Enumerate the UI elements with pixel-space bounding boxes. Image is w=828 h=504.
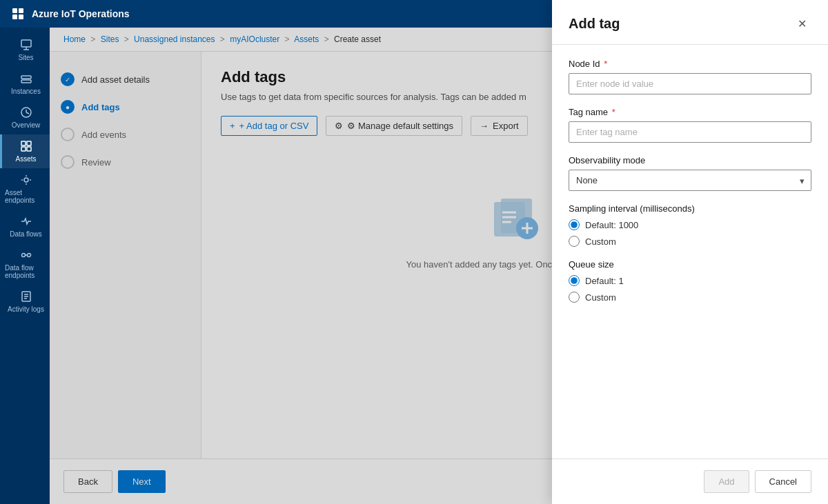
queue-size-default-option: Default: 1: [569, 275, 811, 286]
svg-rect-2: [12, 14, 17, 19]
sidebar-label-instances: Instances: [11, 88, 41, 95]
sidebar: Sites Instances Overview Assets Asset en…: [0, 28, 50, 504]
svg-line-11: [26, 112, 29, 114]
sidebar-label-sites: Sites: [18, 54, 33, 61]
sidebar-item-sites[interactable]: Sites: [0, 33, 50, 67]
svg-rect-8: [21, 80, 31, 83]
sidebar-item-activity-logs[interactable]: Activity logs: [0, 285, 50, 319]
queue-custom-radio[interactable]: [569, 292, 580, 303]
sampling-default-label[interactable]: Default: 1000: [585, 220, 638, 230]
node-id-label: Node Id *: [569, 59, 811, 69]
svg-rect-7: [21, 76, 31, 79]
svg-point-18: [27, 254, 30, 257]
svg-point-17: [21, 254, 25, 257]
sampling-custom-label[interactable]: Custom: [585, 236, 616, 247]
svg-rect-3: [19, 14, 23, 19]
sampling-interval-group: Sampling interval (milliseconds) Default…: [569, 203, 811, 247]
sidebar-item-assets[interactable]: Assets: [0, 134, 50, 168]
tag-name-required: *: [612, 107, 615, 117]
svg-rect-15: [27, 147, 31, 151]
svg-rect-12: [21, 141, 26, 145]
sampling-interval-custom-option: Custom: [569, 236, 811, 247]
queue-default-label[interactable]: Default: 1: [585, 276, 624, 286]
tag-name-input[interactable]: [569, 121, 811, 143]
panel-footer: Add Cancel: [552, 458, 828, 504]
sidebar-label-overview: Overview: [12, 121, 41, 129]
svg-rect-1: [19, 8, 23, 13]
queue-size-radio-group: Default: 1 Custom: [569, 275, 811, 303]
sampling-default-radio[interactable]: [569, 219, 580, 230]
app-icon: [11, 7, 25, 21]
sidebar-item-instances[interactable]: Instances: [0, 67, 50, 101]
node-id-required: *: [604, 59, 607, 69]
side-panel: Add tag ✕ Node Id * Tag name * Observabi…: [552, 0, 828, 504]
sidebar-item-overview[interactable]: Overview: [0, 101, 50, 134]
sidebar-label-asset-endpoints: Asset endpoints: [5, 189, 47, 204]
observability-mode-label: Observability mode: [569, 155, 811, 165]
observability-mode-select-wrapper: None Gauge Counter Histogram ▾: [569, 170, 811, 191]
svg-point-16: [24, 178, 28, 182]
sidebar-label-assets: Assets: [15, 155, 36, 163]
queue-size-group: Queue size Default: 1 Custom: [569, 259, 811, 303]
panel-header: Add tag ✕: [552, 0, 828, 45]
sidebar-item-asset-endpoints[interactable]: Asset endpoints: [0, 168, 50, 210]
queue-default-radio[interactable]: [569, 275, 580, 286]
svg-rect-13: [27, 141, 31, 145]
queue-size-custom-option: Custom: [569, 292, 811, 303]
sidebar-label-data-flow-endpoints: Data flow endpoints: [5, 264, 47, 279]
sidebar-label-activity-logs: Activity logs: [8, 305, 44, 313]
panel-body: Node Id * Tag name * Observability mode …: [552, 45, 828, 458]
svg-rect-0: [12, 8, 17, 13]
sampling-interval-radio-group: Default: 1000 Custom: [569, 219, 811, 247]
panel-close-button[interactable]: ✕: [792, 14, 811, 33]
tag-name-label: Tag name *: [569, 107, 811, 117]
panel-add-button[interactable]: Add: [704, 470, 749, 493]
node-id-group: Node Id *: [569, 59, 811, 94]
observability-mode-group: Observability mode None Gauge Counter Hi…: [569, 155, 811, 191]
tag-name-group: Tag name *: [569, 107, 811, 143]
panel-cancel-button[interactable]: Cancel: [755, 470, 811, 493]
panel-title: Add tag: [569, 16, 620, 32]
sidebar-item-data-flow-endpoints[interactable]: Data flow endpoints: [0, 243, 50, 285]
queue-size-label: Queue size: [569, 259, 811, 270]
app-title: Azure IoT Operations: [32, 8, 130, 19]
observability-mode-select[interactable]: None Gauge Counter Histogram: [569, 170, 811, 191]
sampling-interval-label: Sampling interval (milliseconds): [569, 203, 811, 214]
sidebar-item-data-flows[interactable]: Data flows: [0, 210, 50, 243]
sampling-custom-radio[interactable]: [569, 236, 580, 247]
svg-rect-4: [21, 40, 31, 47]
sidebar-label-data-flows: Data flows: [10, 230, 42, 238]
svg-rect-14: [21, 147, 26, 151]
sampling-interval-default-option: Default: 1000: [569, 219, 811, 230]
queue-custom-label[interactable]: Custom: [585, 292, 616, 303]
node-id-input[interactable]: [569, 73, 811, 94]
